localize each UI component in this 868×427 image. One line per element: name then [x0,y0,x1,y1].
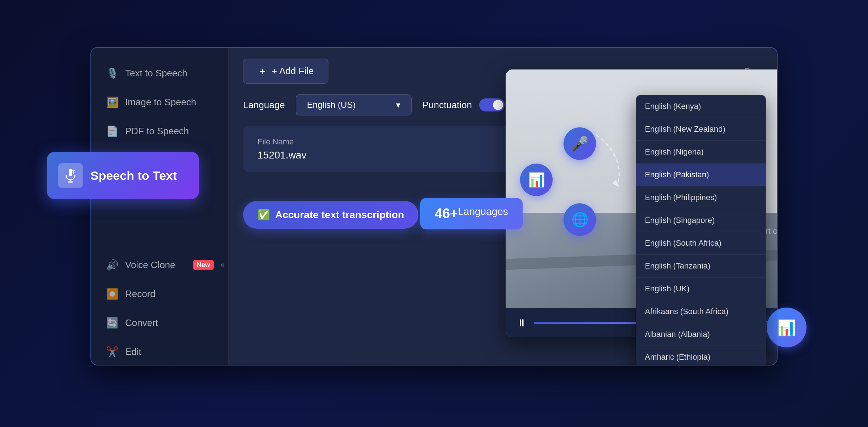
sidebar-item-record[interactable]: ⏺️ Record [91,279,228,308]
floating-globe-icon: 🌐 [563,203,596,236]
check-circle-icon: ✅ [258,209,270,221]
language-select[interactable]: English (US) ▾ [296,94,412,115]
progress-fill [534,322,641,324]
dropdown-item-pakistan[interactable]: English (Pakistan) [636,164,766,186]
dropdown-item-tanzania[interactable]: English (Tanzania) [636,255,766,278]
toggle-knob [493,100,503,110]
edit-icon: ✂️ [106,345,119,358]
dropdown-item-afrikaans[interactable]: Afrikaans (South Africa) [636,300,766,323]
sidebar: 🎙️ Text to Speech 🖼️ Image to Speech 📄 P… [91,48,229,365]
language-dropdown: English (Kenya) English (New Zealand) En… [636,95,766,365]
floating-speed-icon: 📊 [520,164,553,196]
chevron-down-icon: ▾ [396,100,400,110]
dropdown-item-nigeria[interactable]: English (Nigeria) [636,141,766,164]
languages-badge: 46+ Languages [420,198,523,229]
sidebar-item-edit[interactable]: ✂️ Edit [91,337,228,365]
svg-text:T: T [72,169,75,175]
file-name-value: 15201.wav [258,149,306,161]
dropdown-item-new-zealand[interactable]: English (New Zealand) [636,118,766,141]
voice-clone-icon: 🔊 [106,258,119,271]
dropdown-item-singapore[interactable]: English (Singapore) [636,209,766,232]
convert-icon: 🔄 [106,316,119,329]
pause-button[interactable]: ⏸ [516,317,527,329]
plus-icon: ＋ [258,65,267,77]
speech-to-text-label: Speech to Text [90,169,177,183]
sidebar-item-image-to-speech[interactable]: 🖼️ Image to Speech [91,88,228,117]
punctuation-label: Punctuation [422,100,472,111]
language-label: Language [243,100,285,111]
app-window: 🎙️ Text to Speech 🖼️ Image to Speech 📄 P… [90,47,778,365]
new-badge: New [193,260,214,270]
dropdown-item-uk[interactable]: English (UK) [636,278,766,300]
file-name-label: File Name [258,137,306,147]
sidebar-item-text-to-speech[interactable]: 🎙️ Text to Speech [91,59,228,88]
sidebar-item-convert[interactable]: 🔄 Convert [91,308,228,337]
floating-mic-icon: 🎤 [563,127,596,160]
dropdown-item-amharic[interactable]: Amharic (Ethiopia) [636,346,766,365]
languages-count: 46+ [435,206,458,221]
record-icon: ⏺️ [106,287,119,300]
transcription-text: Accurate text transcription [275,209,404,221]
file-name-group: File Name 15201.wav [258,137,306,161]
dropdown-item-albanian[interactable]: Albanian (Albania) [636,323,766,346]
dropdown-item-south-africa[interactable]: English (South Africa) [636,232,766,255]
scene-container: T Speech to Text 🎙️ Text to Speech 🖼️ Im… [54,33,814,394]
punctuation-toggle[interactable] [479,98,505,111]
selected-language-text: English (US) [307,100,356,110]
transcription-badge: ✅ Accurate text transcription [243,201,418,229]
collapse-icon[interactable]: « [220,260,225,270]
languages-suffix: Languages [458,206,508,221]
speech-to-text-card[interactable]: T Speech to Text [47,152,199,199]
text-to-speech-icon: 🎙️ [106,67,119,80]
add-file-button[interactable]: ＋ + Add File [243,59,328,84]
speech-to-text-card-icon: T [58,163,83,188]
svg-rect-0 [69,169,72,176]
sidebar-item-pdf-to-speech[interactable]: 📄 PDF to Speech [91,117,228,145]
dropdown-item-philippines[interactable]: English (Philippines) [636,186,766,209]
sidebar-item-voice-clone[interactable]: 🔊 Voice Clone New « [91,250,228,279]
bottom-floating-badge: 📊 [767,308,807,347]
dropdown-item-kenya[interactable]: English (Kenya) [636,95,766,118]
image-to-speech-icon: 🖼️ [106,96,119,109]
pdf-to-speech-icon: 📄 [106,124,119,138]
punctuation-toggle-group: Punctuation [422,98,505,111]
